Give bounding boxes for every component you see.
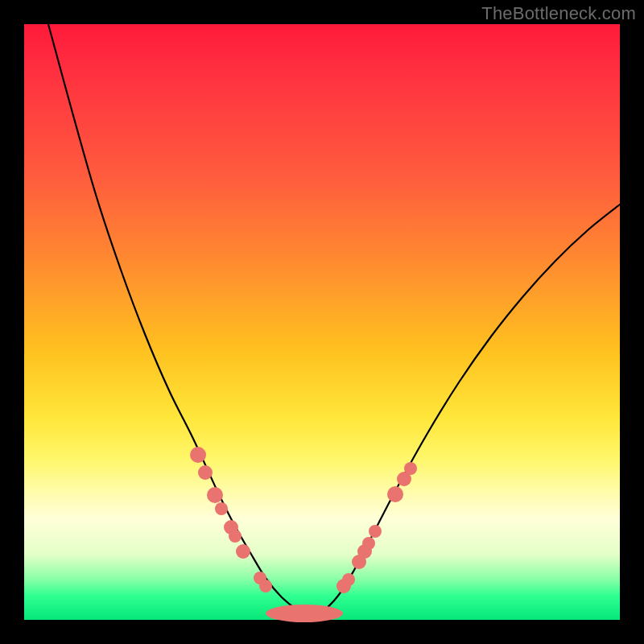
data-point-dot — [190, 447, 206, 463]
chart-frame: TheBottleneck.com — [0, 0, 644, 644]
data-point-dot — [259, 580, 272, 592]
data-point-dot — [236, 544, 250, 559]
data-point-dot — [207, 487, 223, 503]
data-point-dot — [215, 502, 228, 515]
data-point-dot — [198, 465, 213, 480]
data-point-dot — [362, 537, 375, 550]
bottleneck-curve — [48, 24, 620, 616]
data-point-dot — [229, 530, 242, 543]
curve-svg — [24, 24, 620, 620]
data-point-markers — [190, 447, 417, 593]
data-point-dot — [387, 486, 403, 502]
data-point-dot — [342, 573, 355, 586]
watermark-text: TheBottleneck.com — [481, 3, 636, 24]
data-point-dot — [404, 462, 417, 475]
valley-marker-blob — [266, 605, 343, 622]
data-point-dot — [369, 525, 382, 538]
plot-area — [24, 24, 620, 620]
